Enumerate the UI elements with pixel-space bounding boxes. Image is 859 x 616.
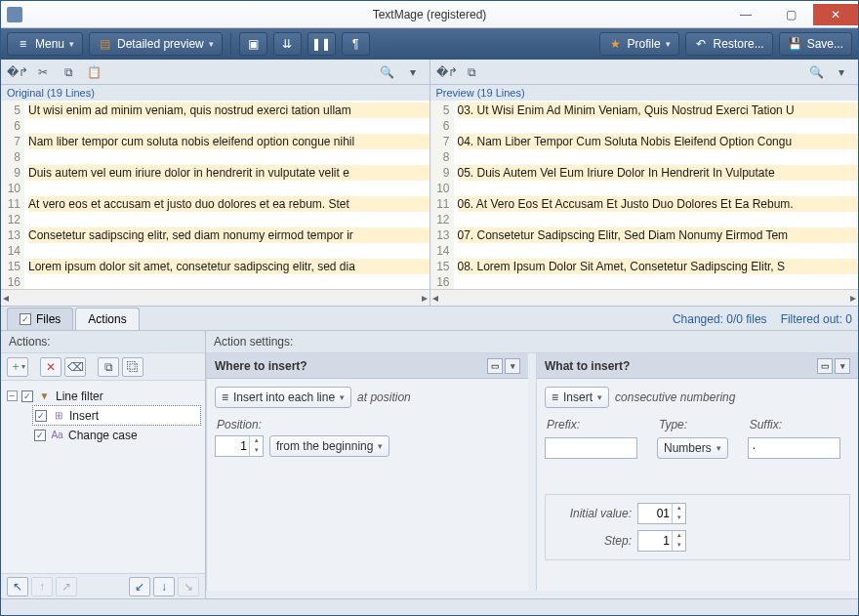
- tab-actions[interactable]: Actions: [75, 308, 139, 330]
- tree-label: Insert: [69, 409, 99, 423]
- suffix-input[interactable]: .: [748, 437, 840, 459]
- search-button[interactable]: 🔍: [377, 62, 398, 82]
- position-input[interactable]: 1 ▴▾: [215, 435, 264, 457]
- tab-strip: ✓ Files Actions Changed: 0/0 files Filte…: [1, 306, 858, 331]
- cut-button[interactable]: ✂: [32, 62, 54, 82]
- spin-up-icon[interactable]: ▴: [673, 531, 685, 541]
- spin-up-icon[interactable]: ▴: [673, 504, 685, 513]
- select-all-button[interactable]: �↱: [7, 62, 28, 82]
- preview-gutter: 56789101112131415161718: [430, 101, 454, 289]
- nav-down-button[interactable]: ↓: [153, 577, 175, 596]
- menu-button[interactable]: ≡ Menu ▾: [7, 32, 83, 56]
- step-button[interactable]: ⇊: [273, 32, 302, 56]
- chevron-down-icon: ▾: [209, 39, 214, 49]
- duplicate-action-button[interactable]: ⿻: [122, 357, 143, 377]
- actions-panel-head: Actions:: [1, 331, 205, 353]
- actions-tree[interactable]: − ✓ ▼ Line filter ✓ ⊞ Insert ✓ Aa Change…: [1, 381, 205, 573]
- clear-actions-button[interactable]: ⌫: [64, 357, 86, 377]
- tree-row-linefilter[interactable]: − ✓ ▼ Line filter: [5, 387, 201, 405]
- what-hint: consecutive numbering: [615, 390, 735, 404]
- preview-hscrollbar[interactable]: ◂▸: [430, 289, 859, 306]
- where-section-head: Where to insert? ▭ ▾: [207, 353, 528, 379]
- files-checkbox[interactable]: ✓: [20, 313, 31, 325]
- where-combo-label: Insert into each line: [233, 390, 335, 404]
- tree-row-insert[interactable]: ✓ ⊞ Insert: [32, 405, 201, 426]
- prefix-label: Prefix:: [545, 414, 637, 435]
- minimize-button[interactable]: ―: [723, 4, 768, 25]
- original-pane-header: Original (19 Lines): [1, 85, 430, 101]
- preview-editor[interactable]: 56789101112131415161718 03. Ut Wisi Enim…: [430, 101, 859, 289]
- options-chevron[interactable]: ▾: [831, 62, 852, 82]
- from-combo[interactable]: from the beginning ▾: [269, 435, 389, 457]
- hamburger-icon: ≡: [222, 390, 228, 404]
- spin-down-icon[interactable]: ▾: [250, 446, 263, 456]
- delete-action-button[interactable]: ✕: [40, 357, 61, 377]
- original-hscrollbar[interactable]: ◂▸: [1, 289, 430, 306]
- nav-up-button[interactable]: ↑: [31, 577, 53, 596]
- type-value: Numbers: [664, 441, 712, 455]
- initial-label: Initial value:: [553, 507, 632, 520]
- copy-button[interactable]: ⧉: [462, 62, 483, 82]
- nav-down-left-button[interactable]: ↙: [129, 577, 150, 596]
- initial-value-input[interactable]: 01 ▴▾: [637, 503, 686, 524]
- original-gutter: 56789101112131415161718: [1, 101, 24, 289]
- actions-panel: Actions: ＋▾ ✕ ⌫ ⧉ ⿻ − ✓ ▼ Line filter ✓ …: [1, 331, 206, 598]
- suffix-label: Suffix:: [748, 414, 840, 435]
- chevron-down-icon: ▾: [597, 392, 602, 402]
- where-section: Where to insert? ▭ ▾ ≡ Insert into each …: [206, 353, 528, 591]
- original-editor[interactable]: 56789101112131415161718 Ut wisi enim ad …: [1, 101, 430, 289]
- step-input[interactable]: 1 ▴▾: [637, 530, 686, 552]
- tree-label: Change case: [68, 429, 138, 442]
- preview-pane: Preview (19 Lines) 567891011121314151617…: [430, 85, 859, 306]
- tree-row-changecase[interactable]: ✓ Aa Change case: [32, 426, 201, 444]
- close-button[interactable]: ✕: [813, 4, 858, 25]
- maximize-button[interactable]: ▢: [768, 4, 813, 25]
- chevron-down-icon: ▾: [716, 443, 721, 453]
- save-button[interactable]: 💾 Save...: [779, 32, 852, 56]
- preview-toolbar: �↱ ⧉ 🔍 ▾: [430, 60, 859, 85]
- preview-mode-button[interactable]: ▤ Detailed preview ▾: [89, 32, 223, 56]
- section-menu-button[interactable]: ▭: [487, 358, 503, 374]
- what-mode-combo[interactable]: ≡ Insert ▾: [545, 387, 609, 408]
- save-label: Save...: [807, 37, 843, 51]
- run-button[interactable]: ▣: [239, 32, 267, 56]
- copy-button[interactable]: ⧉: [58, 62, 79, 82]
- changecase-icon: Aa: [50, 428, 64, 442]
- copy-action-button[interactable]: ⧉: [98, 357, 119, 377]
- numbering-box: Initial value: 01 ▴▾ Step: 1 ▴▾: [545, 494, 850, 560]
- profile-button[interactable]: ★ Profile ▾: [599, 32, 679, 56]
- from-label: from the beginning: [276, 439, 373, 453]
- checkbox[interactable]: ✓: [35, 410, 47, 422]
- options-chevron[interactable]: ▾: [402, 62, 424, 82]
- pilcrow-button[interactable]: ¶: [342, 32, 370, 56]
- nav-right-button[interactable]: ↗: [56, 577, 77, 596]
- spin-up-icon[interactable]: ▴: [250, 436, 263, 446]
- type-combo[interactable]: Numbers ▾: [657, 437, 728, 459]
- section-menu-button[interactable]: ▭: [817, 358, 833, 374]
- collapse-icon[interactable]: −: [7, 390, 18, 401]
- tab-files-label: Files: [36, 312, 61, 326]
- what-section-head: What to insert? ▭ ▾: [537, 353, 858, 379]
- spin-down-icon[interactable]: ▾: [673, 513, 685, 523]
- tab-files[interactable]: ✓ Files: [7, 308, 73, 330]
- pause-icon: ❚❚: [314, 37, 329, 52]
- chevron-down-icon: ▾: [340, 392, 345, 402]
- prefix-input[interactable]: [545, 437, 637, 459]
- paste-button[interactable]: 📋: [83, 62, 104, 82]
- section-dropdown-button[interactable]: ▾: [835, 358, 850, 374]
- nav-up-left-button[interactable]: ↖: [7, 577, 28, 596]
- select-all-button[interactable]: �↱: [436, 62, 458, 82]
- nav-down-right-button[interactable]: ↘: [178, 577, 199, 596]
- pause-button[interactable]: ❚❚: [307, 32, 336, 56]
- section-dropdown-button[interactable]: ▾: [505, 358, 520, 374]
- position-value: 1: [240, 439, 247, 453]
- checkbox[interactable]: ✓: [21, 390, 33, 402]
- original-toolbar: �↱ ✂ ⧉ 📋 🔍 ▾: [1, 60, 430, 85]
- step-icon: ⇊: [280, 37, 295, 52]
- restore-button[interactable]: ↶ Restore...: [685, 32, 773, 56]
- add-action-button[interactable]: ＋▾: [7, 357, 28, 377]
- where-mode-combo[interactable]: ≡ Insert into each line ▾: [215, 387, 351, 408]
- spin-down-icon[interactable]: ▾: [673, 541, 685, 551]
- checkbox[interactable]: ✓: [34, 430, 46, 441]
- search-button[interactable]: 🔍: [805, 62, 827, 82]
